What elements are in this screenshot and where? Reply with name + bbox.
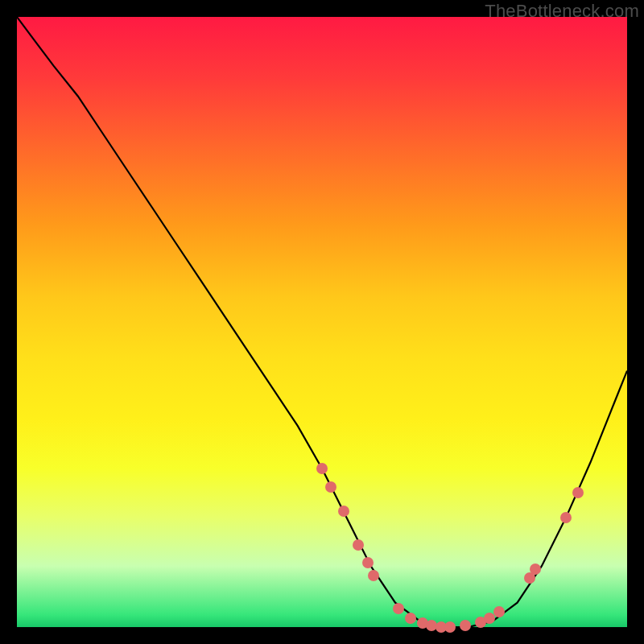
data-point: [316, 463, 328, 474]
data-point: [444, 621, 456, 633]
data-point: [393, 603, 404, 614]
watermark-text: TheBottleneck.com: [485, 1, 639, 22]
data-point: [493, 606, 505, 617]
bottleneck-curve: [17, 17, 627, 627]
data-point: [338, 506, 349, 517]
chart-frame: TheBottleneck.com: [0, 0, 644, 644]
data-point: [405, 613, 416, 624]
data-point: [560, 512, 572, 523]
data-point: [368, 570, 379, 581]
data-point: [460, 620, 471, 631]
plot-area: [17, 17, 627, 627]
data-point: [325, 481, 336, 493]
